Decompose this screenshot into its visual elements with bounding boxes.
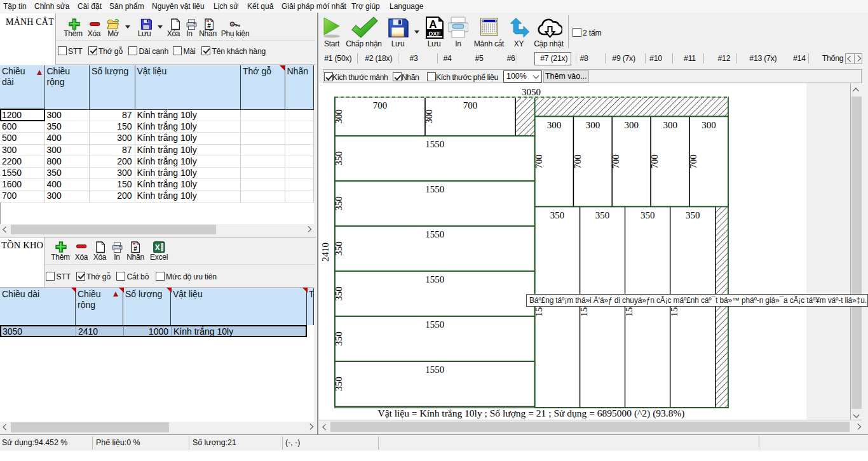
svg-text:#: #	[207, 22, 211, 29]
svg-text:700: 700	[649, 154, 660, 169]
svg-text:DXF: DXF	[429, 30, 441, 37]
svg-text:300: 300	[663, 120, 677, 130]
svg-text:350: 350	[550, 210, 565, 220]
svg-text:700: 700	[688, 154, 698, 169]
svg-text:A: A	[429, 18, 437, 30]
svg-text:1550: 1550	[425, 319, 444, 330]
svg-text:300: 300	[586, 120, 600, 130]
svg-text:#: #	[133, 244, 137, 251]
svg-text:350: 350	[686, 210, 700, 220]
svg-text:Vật liệu = Kính trắng 10ly ; S: Vật liệu = Kính trắng 10ly ; Số lượng = …	[378, 408, 685, 419]
svg-text:350: 350	[595, 210, 610, 220]
svg-text:1550: 1550	[425, 184, 444, 194]
svg-text:350: 350	[641, 210, 654, 220]
svg-text:700: 700	[573, 154, 583, 169]
svg-text:1550: 1550	[425, 274, 444, 284]
svg-text:300: 300	[424, 109, 434, 124]
svg-text:700: 700	[611, 154, 621, 169]
svg-text:300: 300	[625, 120, 639, 130]
svg-text:1550: 1550	[425, 364, 444, 375]
svg-text:300: 300	[547, 120, 562, 130]
svg-text:1550: 1550	[425, 139, 444, 149]
svg-text:700: 700	[463, 100, 478, 110]
svg-text:3050: 3050	[522, 87, 541, 97]
svg-text:700: 700	[373, 100, 388, 110]
svg-text:2410: 2410	[320, 243, 330, 262]
svg-text:1550: 1550	[425, 229, 444, 239]
svg-text:300: 300	[702, 120, 716, 130]
svg-text:X: X	[155, 243, 160, 251]
